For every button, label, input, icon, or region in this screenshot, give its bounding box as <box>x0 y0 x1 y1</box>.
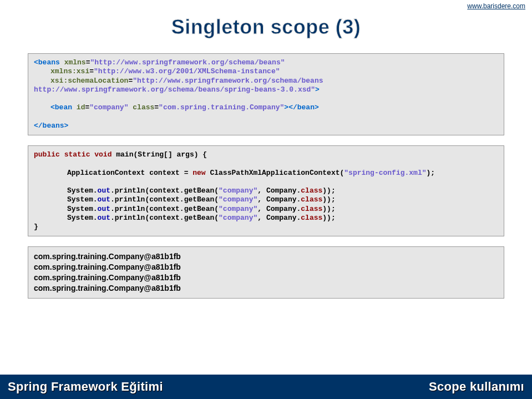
company4: "company" <box>219 214 257 222</box>
footer-left-text: Spring Framework Eğitimi <box>8 380 163 394</box>
comma3: , Company. <box>257 205 301 213</box>
out2: out <box>98 195 110 204</box>
class3: class <box>301 205 322 213</box>
kw-public: public <box>34 150 60 159</box>
close-brace: } <box>34 223 38 231</box>
xml-id-val: "company" <box>89 103 128 112</box>
sys3: System. <box>67 205 98 213</box>
out4: out <box>98 214 110 222</box>
kw-static: static <box>64 150 90 159</box>
xml-bean-close: ></bean> <box>284 103 318 112</box>
print1: .println(context.getBean( <box>110 186 219 195</box>
output-line-4: com.spring.training.Company@a81b1fb <box>34 283 498 294</box>
end1: )); <box>322 186 335 195</box>
company1: "company" <box>219 186 257 195</box>
xml-beans-open: <beans <box>34 58 60 67</box>
print2: .println(context.getBean( <box>110 195 219 204</box>
java-code-block: public static void main(String[] args) {… <box>28 145 504 236</box>
footer-bar: Spring Framework Eğitimi Scope kullanımı <box>0 375 532 399</box>
class4: class <box>301 214 322 222</box>
comma4: , Company. <box>257 214 301 222</box>
kw-void: void <box>94 150 112 159</box>
title-container: Singleton scope (3) <box>0 16 532 39</box>
out1: out <box>98 186 110 195</box>
output-line-3: com.spring.training.Company@a81b1fb <box>34 272 498 283</box>
sys1: System. <box>67 186 98 195</box>
ctx-decl: ApplicationContext context = <box>67 169 192 177</box>
sys2: System. <box>67 195 98 204</box>
xml-xmlnsxsi-attr: xmlns:xsi <box>50 67 89 75</box>
footer-right-text: Scope kullanımı <box>429 380 524 394</box>
kw-new: new <box>192 169 205 177</box>
xml-beans-close: </beans> <box>34 122 68 130</box>
end3: )); <box>322 205 335 213</box>
cfg-str: "spring-config.xml" <box>344 169 426 177</box>
main-sig: main(String[] args) { <box>112 150 207 159</box>
xml-class-attr: class <box>133 103 154 112</box>
out3: out <box>98 205 110 213</box>
company2: "company" <box>219 195 257 204</box>
end2: )); <box>322 195 335 204</box>
company3: "company" <box>219 205 257 213</box>
print4: .println(context.getBean( <box>110 214 219 222</box>
xml-xmlns-attr: xmlns <box>64 58 86 67</box>
end4: )); <box>322 214 335 222</box>
ctx-end: ); <box>427 169 435 177</box>
slide-title: Singleton scope (3) <box>171 16 361 39</box>
comma1: , Company. <box>257 186 301 195</box>
xml-close-open: > <box>315 85 320 94</box>
sys4: System. <box>67 214 98 222</box>
xml-xmlns-val: "http://www.springframework.org/schema/b… <box>90 58 285 67</box>
class1: class <box>301 186 322 195</box>
print3: .println(context.getBean( <box>110 205 219 213</box>
slide-content: <beans xmlns="http://www.springframework… <box>0 39 532 299</box>
class2: class <box>301 195 322 204</box>
output-block: com.spring.training.Company@a81b1fbcom.s… <box>28 246 504 299</box>
comma2: , Company. <box>257 195 301 204</box>
ctx-ctor: ClassPathXmlApplicationContext( <box>206 169 344 177</box>
xml-id-attr: id <box>77 103 85 112</box>
header-site-link[interactable]: www.barisdere.com <box>467 2 525 10</box>
output-line-1: com.spring.training.Company@a81b1fb <box>34 251 498 262</box>
xml-code-block: <beans xmlns="http://www.springframework… <box>28 53 504 135</box>
xml-schemaloc-attr: xsi:schemaLocation <box>50 77 128 85</box>
xml-xmlnsxsi-val: "http://www.w3.org/2001/XMLSchema-instan… <box>94 67 280 75</box>
output-line-2: com.spring.training.Company@a81b1fb <box>34 262 498 272</box>
xml-class-val: "com.spring.training.Company" <box>159 103 284 112</box>
xml-bean-prefix: <bean <box>50 103 72 112</box>
